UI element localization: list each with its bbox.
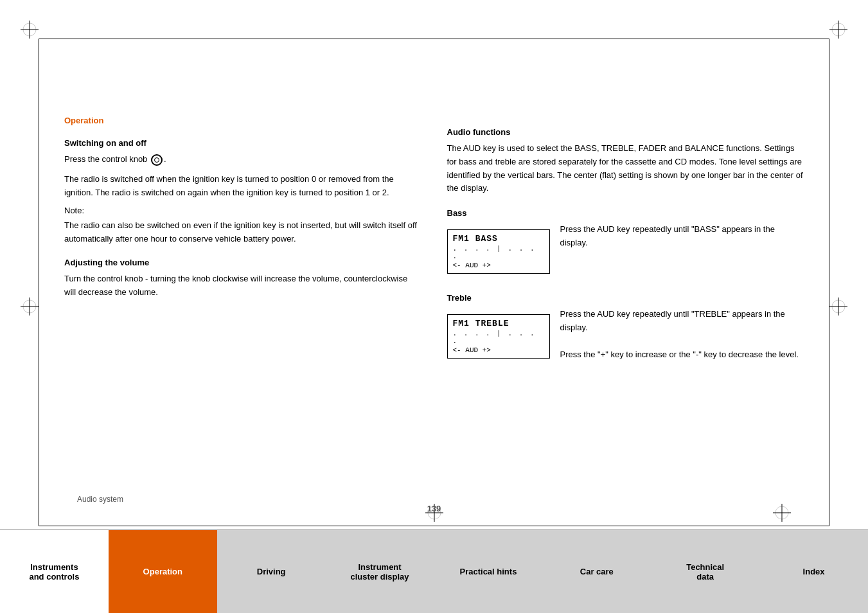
nav-index-label: Index bbox=[803, 567, 825, 576]
volume-text: Turn the control knob - turning the knob… bbox=[64, 272, 421, 299]
nav-instrument-cluster[interactable]: Instrumentcluster display bbox=[326, 529, 434, 613]
nav-practical-hints-label: Practical hints bbox=[460, 567, 517, 576]
nav-index[interactable]: Index bbox=[759, 529, 868, 613]
bass-label: Bass bbox=[447, 208, 804, 218]
nav-technical-data[interactable]: Technicaldata bbox=[651, 529, 759, 613]
nav-driving[interactable]: Driving bbox=[217, 529, 326, 613]
switching-heading: Switching on and off bbox=[64, 138, 421, 148]
treble-display-row2: . . . . | . . . . bbox=[453, 330, 544, 345]
reg-mark-tl bbox=[21, 21, 39, 39]
treble-display-row1: FM1 TREBLE bbox=[453, 319, 544, 328]
nav-car-care[interactable]: Car care bbox=[542, 529, 651, 613]
border-left bbox=[39, 39, 39, 526]
nav-instruments-label: Instrumentsand controls bbox=[29, 562, 79, 582]
press-knob-text: Press the control knob . bbox=[64, 153, 421, 166]
bass-display-row1: FM1 BASS bbox=[453, 234, 544, 244]
treble-description: Press the AUD key repeatedly until "TREB… bbox=[560, 308, 804, 361]
bass-section: FM1 BASS . . . . | . . . . <- AUD +> Pre… bbox=[447, 223, 804, 280]
nav-technical-data-label: Technicaldata bbox=[686, 562, 724, 582]
nav-practical-hints[interactable]: Practical hints bbox=[434, 529, 543, 613]
treble-display-row3: <- AUD +> bbox=[453, 346, 544, 354]
border-right bbox=[829, 39, 829, 526]
radio-off-text: The radio is switched off when the ignit… bbox=[64, 173, 421, 200]
nav-operation[interactable]: Operation bbox=[109, 529, 217, 613]
knob-icon bbox=[151, 154, 163, 166]
note-label: Note: bbox=[64, 206, 421, 215]
bottom-nav: Instrumentsand controls Operation Drivin… bbox=[0, 529, 868, 613]
treble-display: FM1 TREBLE . . . . | . . . . <- AUD +> bbox=[447, 314, 550, 359]
section-heading: Operation bbox=[64, 116, 421, 125]
bass-description: Press the AUD key repeatedly until "BASS… bbox=[560, 223, 804, 250]
reg-mark-tr bbox=[829, 21, 847, 39]
treble-section: FM1 TREBLE . . . . | . . . . <- AUD +> P… bbox=[447, 308, 804, 365]
left-column: Operation Switching on and off Press the… bbox=[51, 39, 421, 510]
border-bottom bbox=[39, 526, 829, 526]
note-body: The radio can also be switched on even i… bbox=[64, 219, 421, 246]
treble-desc2: Press the "+" key to increase or the "-"… bbox=[560, 350, 799, 359]
bass-display-row3: <- AUD +> bbox=[453, 262, 544, 269]
volume-heading: Adjusting the volume bbox=[64, 258, 421, 267]
bass-display-row2: . . . . | . . . . bbox=[453, 245, 544, 260]
treble-desc1: Press the AUD key repeatedly until "TREB… bbox=[560, 309, 785, 332]
reg-mark-mr bbox=[829, 298, 847, 315]
bass-display: FM1 BASS . . . . | . . . . <- AUD +> bbox=[447, 229, 550, 274]
nav-car-care-label: Car care bbox=[580, 567, 614, 576]
nav-driving-label: Driving bbox=[257, 567, 286, 576]
audio-functions-text: The AUD key is used to select the BASS, … bbox=[447, 142, 804, 195]
treble-label: Treble bbox=[447, 293, 804, 303]
reg-mark-ml bbox=[21, 298, 39, 315]
audio-functions-heading: Audio functions bbox=[447, 127, 804, 137]
main-content: Operation Switching on and off Press the… bbox=[51, 39, 817, 510]
nav-operation-label: Operation bbox=[143, 567, 182, 576]
nav-instruments[interactable]: Instrumentsand controls bbox=[0, 529, 109, 613]
nav-instrument-cluster-label: Instrumentcluster display bbox=[351, 562, 409, 582]
right-column: Audio functions The AUD key is used to s… bbox=[447, 39, 817, 510]
